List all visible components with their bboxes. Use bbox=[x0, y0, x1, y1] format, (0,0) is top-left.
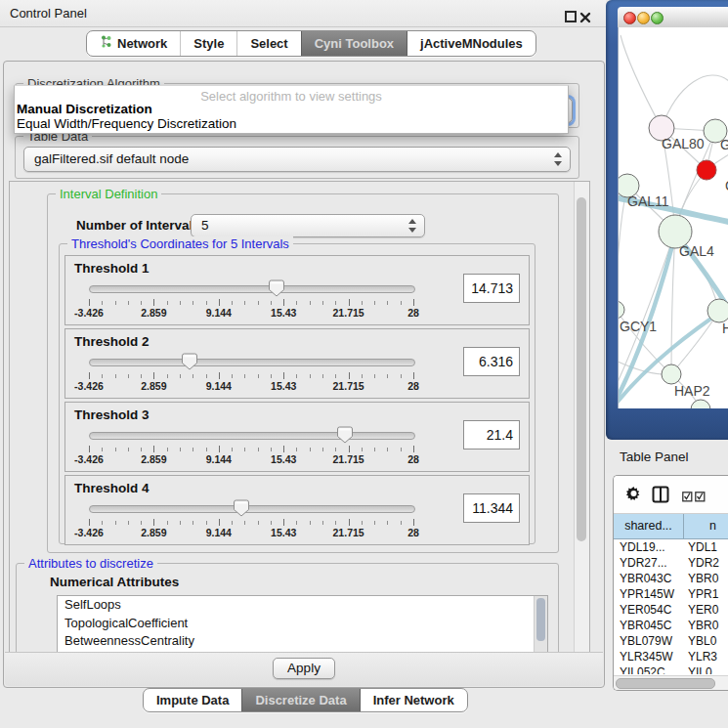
table-hscrollbar[interactable] bbox=[614, 675, 728, 690]
attribute-list-item[interactable]: TopologicalCoefficient bbox=[58, 615, 547, 633]
threshold-slider[interactable]: -3.4262.8599.14415.4321.71528 bbox=[89, 353, 413, 392]
cell-shared-name[interactable]: YDR27... bbox=[614, 555, 683, 571]
table-row[interactable]: YBR043CYBR0 bbox=[614, 571, 728, 586]
slider-thumb[interactable] bbox=[182, 353, 197, 370]
tick-mark bbox=[335, 521, 336, 525]
numerical-attributes-list[interactable]: SelfLoopsTopologicalCoefficientBetweenne… bbox=[57, 595, 548, 656]
slider-track[interactable] bbox=[89, 285, 415, 293]
attribute-list-item[interactable]: BetweennessCentrality bbox=[58, 632, 547, 651]
table-panel-header: Table Panel bbox=[606, 442, 728, 473]
slider-thumb[interactable] bbox=[234, 499, 249, 517]
slider-thumb[interactable] bbox=[337, 426, 353, 444]
close-traffic-light-icon[interactable] bbox=[623, 12, 636, 24]
cell-shared-name[interactable]: YER054C bbox=[614, 602, 683, 618]
list-scrollbar[interactable] bbox=[534, 596, 547, 656]
cell-name[interactable]: YBL0 bbox=[683, 633, 728, 649]
tick-mark bbox=[206, 448, 207, 451]
scale-label: -3.426 bbox=[74, 453, 104, 465]
cell-name[interactable]: YPR1 bbox=[683, 586, 728, 602]
node-right[interactable] bbox=[707, 299, 728, 322]
scale-label: 15.43 bbox=[271, 527, 296, 538]
cell-shared-name[interactable]: YBR045C bbox=[614, 618, 683, 633]
popup-option-equal-width-frequency[interactable]: Equal Width/Frequency Discretization bbox=[17, 116, 236, 131]
cell-shared-name[interactable]: YDL19... bbox=[614, 539, 683, 555]
node-hap2[interactable] bbox=[662, 364, 681, 384]
close-icon[interactable] bbox=[579, 10, 591, 21]
column-header-shared-name[interactable]: shared... bbox=[614, 514, 684, 538]
tab-discretize-data[interactable]: Discretize Data bbox=[241, 689, 360, 711]
table-row[interactable]: YPR145WYPR1 bbox=[614, 586, 728, 602]
slider-track[interactable] bbox=[89, 505, 415, 513]
tab-network[interactable]: Network bbox=[87, 31, 180, 56]
threshold-slider[interactable]: -3.4262.8599.14415.4321.71528 bbox=[89, 499, 413, 538]
cell-name[interactable]: YLR3 bbox=[683, 649, 728, 664]
slider-scale-labels: -3.4262.8599.14415.4321.71528 bbox=[89, 307, 413, 319]
cell-shared-name[interactable]: YPR145W bbox=[614, 586, 683, 602]
cell-shared-name[interactable]: YBL079W bbox=[614, 633, 683, 649]
network-window-titlebar[interactable] bbox=[618, 7, 728, 28]
table-hscrollbar-thumb[interactable] bbox=[616, 678, 715, 689]
select-columns-icon[interactable] bbox=[682, 489, 706, 506]
list-scrollbar-thumb[interactable] bbox=[536, 598, 545, 641]
cell-shared-name[interactable]: YIL052C bbox=[614, 664, 683, 674]
gear-icon[interactable] bbox=[625, 486, 642, 506]
popup-option-manual-discretization[interactable]: Manual Discretization bbox=[17, 102, 152, 116]
tick-mark bbox=[180, 374, 181, 378]
attribute-list-item[interactable]: SelfLoops bbox=[58, 596, 547, 615]
node-red-selected[interactable] bbox=[697, 160, 716, 180]
slider-track[interactable] bbox=[89, 359, 415, 366]
float-window-icon[interactable] bbox=[565, 11, 577, 22]
slider-thumb[interactable] bbox=[269, 279, 284, 297]
cell-name[interactable]: YDR2 bbox=[683, 555, 728, 571]
network-canvas[interactable]: GAL80 G C GAL11 GAL4 GCY1 H HAP2 bbox=[618, 27, 728, 408]
table-row[interactable]: YDL19...YDL1 bbox=[614, 539, 728, 555]
table-row[interactable]: YIL052CYIL0 bbox=[614, 664, 728, 674]
tab-style[interactable]: Style bbox=[180, 31, 236, 56]
algorithm-popup: Select algorithm to view settings Manual… bbox=[14, 85, 569, 134]
tab-jactivemnodules[interactable]: jActiveMNodules bbox=[407, 31, 535, 56]
column-header-name[interactable]: n bbox=[684, 514, 728, 538]
threshold-value-field[interactable]: 21.4 bbox=[463, 420, 520, 450]
table-row[interactable]: YBL079WYBL0 bbox=[614, 633, 728, 649]
table-row[interactable]: YER054CYER0 bbox=[614, 602, 728, 618]
cell-name[interactable]: YDL1 bbox=[683, 539, 728, 555]
tab-cyni-toolbox[interactable]: Cyni Toolbox bbox=[301, 31, 407, 56]
threshold-value-field[interactable]: 11.344 bbox=[463, 493, 520, 523]
tab-infer-network[interactable]: Infer Network bbox=[361, 689, 467, 711]
cell-name[interactable]: YIL0 bbox=[683, 664, 728, 674]
cell-name[interactable]: YER0 bbox=[683, 602, 728, 618]
tick-mark bbox=[374, 448, 375, 451]
tick-mark bbox=[219, 446, 220, 452]
settings-scrollbar[interactable] bbox=[574, 182, 589, 655]
tick-mark bbox=[296, 521, 297, 525]
slider-track[interactable] bbox=[89, 432, 415, 440]
table-data-combobox[interactable]: galFiltered.sif default node bbox=[23, 147, 571, 172]
tab-select[interactable]: Select bbox=[236, 31, 300, 56]
threshold-value-field[interactable]: 6.316 bbox=[463, 347, 520, 376]
cell-name[interactable]: YBR0 bbox=[683, 571, 728, 586]
threshold-value-field[interactable]: 14.713 bbox=[463, 274, 520, 303]
threshold-slider[interactable]: -3.4262.8599.14415.4321.71528 bbox=[89, 279, 413, 319]
tick-mark bbox=[141, 448, 142, 451]
cell-shared-name[interactable]: YLR345W bbox=[614, 649, 683, 664]
apply-button[interactable]: Apply bbox=[273, 658, 335, 679]
node-bottom[interactable] bbox=[691, 400, 710, 408]
tick-mark bbox=[89, 519, 90, 526]
table-row[interactable]: YLR345WYLR3 bbox=[614, 649, 728, 664]
tick-mark bbox=[180, 301, 181, 305]
number-of-intervals-combobox[interactable]: 5 bbox=[191, 214, 425, 237]
tab-impute-data[interactable]: Impute Data bbox=[144, 689, 241, 711]
tab-label: Impute Data bbox=[156, 689, 229, 711]
node-gcy1[interactable] bbox=[619, 301, 624, 319]
threshold-slider[interactable]: -3.4262.8599.14415.4321.71528 bbox=[89, 426, 413, 465]
cell-name[interactable]: YBR0 bbox=[683, 618, 728, 633]
minimize-traffic-light-icon[interactable] bbox=[637, 12, 650, 24]
zoom-traffic-light-icon[interactable] bbox=[651, 12, 664, 24]
table-row[interactable]: YBR045CYBR0 bbox=[614, 618, 728, 633]
settings-scrollbar-thumb[interactable] bbox=[577, 197, 586, 541]
split-panel-icon[interactable] bbox=[652, 486, 669, 507]
tick-mark bbox=[322, 521, 323, 525]
table-row[interactable]: YDR27...YDR2 bbox=[614, 555, 728, 571]
threshold-row: Threshold 1 -3.4262.8599.14415.4321.7152… bbox=[64, 255, 530, 325]
cell-shared-name[interactable]: YBR043C bbox=[614, 571, 683, 586]
